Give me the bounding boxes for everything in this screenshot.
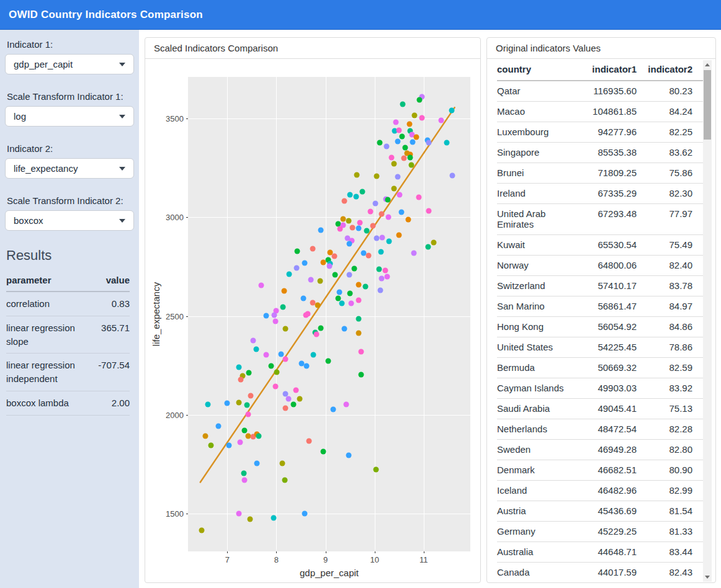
scatter-point <box>397 192 403 197</box>
scatter-point <box>297 396 303 401</box>
scatter-point <box>378 275 384 281</box>
scatter-point <box>374 467 379 473</box>
results-col-value: value <box>98 271 130 292</box>
scatter-point <box>416 194 421 200</box>
scatter-point <box>248 517 253 522</box>
scatter-point <box>401 155 407 161</box>
country-cell: Germany <box>497 522 571 542</box>
indicator2-cell: 82.25 <box>637 122 704 143</box>
scatter-point <box>413 134 419 140</box>
scatter-point <box>199 527 205 533</box>
scatter-point <box>347 290 353 296</box>
scatter-point <box>374 174 379 179</box>
scatter-point <box>444 140 450 145</box>
scrollbar-thumb[interactable] <box>704 70 711 140</box>
indicator2-cell: 83.92 <box>637 378 704 399</box>
plot-card: Scaled Indicators Comparison gdp_per_cap… <box>145 37 481 583</box>
scatter-point <box>364 228 370 233</box>
scatter-point <box>406 121 412 127</box>
scatter-point <box>251 337 256 343</box>
scatter-point <box>402 145 408 150</box>
scatter-point <box>425 244 431 249</box>
country-cell: Iceland <box>497 481 571 501</box>
scatter-point <box>286 396 292 401</box>
scatter-point <box>411 112 417 118</box>
country-cell: Switzerland <box>497 276 571 296</box>
data-table-title: Original indicators Values <box>487 38 715 59</box>
scatter-point <box>417 97 423 102</box>
scatter-point <box>282 477 287 483</box>
scatter-point <box>291 402 297 408</box>
scatter-point <box>341 216 346 221</box>
results-heading: Results <box>6 247 134 264</box>
scatter-point <box>431 239 436 245</box>
value-cell: -707.54 <box>98 354 130 391</box>
y-tick-label: 3000 <box>166 213 184 222</box>
scatter-point <box>354 172 360 177</box>
scatter-point <box>352 265 357 271</box>
scatter-point <box>236 364 242 370</box>
indicator1-cell: 94277.96 <box>571 122 637 143</box>
app-title: OWID Country Indicators Comparison <box>9 9 203 21</box>
scale2-label: Scale Transform Indicator 2: <box>7 195 134 206</box>
results-row: linear regression independent-707.54 <box>6 354 130 391</box>
indicator2-cell: 84.24 <box>637 102 704 122</box>
plot-area: gdp_per_capit life_expectancy 7891011150… <box>145 59 480 583</box>
country-cell: Netherlands <box>497 419 571 440</box>
scatter-point <box>438 117 444 123</box>
indicator1-cell: 67293.48 <box>571 204 637 235</box>
scatter-point <box>341 198 347 203</box>
scatter-point <box>358 349 364 354</box>
y-tick-label: 2000 <box>166 411 184 420</box>
scatter-point <box>378 249 383 254</box>
scatter-point <box>356 282 362 287</box>
indicator1-cell: 64800.06 <box>571 256 637 276</box>
scatter-point <box>238 376 244 382</box>
country-cell: Cayman Islands <box>497 378 571 399</box>
scatter-point <box>205 401 210 407</box>
scatter-point <box>258 282 264 288</box>
scatter-point <box>325 358 331 363</box>
indicator1-cell: 49045.41 <box>571 399 637 419</box>
scroll-down-arrow-icon[interactable] <box>703 572 712 582</box>
scatter-point <box>374 235 379 241</box>
scatter-point <box>282 288 287 293</box>
indicator1-cell: 50669.32 <box>571 358 637 378</box>
scale2-select[interactable]: boxcox <box>5 210 134 231</box>
country-cell: Qatar <box>497 81 571 102</box>
scatter-point <box>317 278 323 283</box>
indicator1-select[interactable]: gdp_per_capit <box>5 54 134 74</box>
country-cell: United States <box>497 337 571 358</box>
scale1-select[interactable]: log <box>5 106 134 127</box>
table-row: Macao104861.8584.24 <box>497 102 704 122</box>
scatter-point <box>318 227 324 233</box>
indicator1-cell: 71809.25 <box>571 163 637 184</box>
scatter-point <box>253 346 259 352</box>
table-scrollbar[interactable] <box>703 60 712 582</box>
indicator2-cell: 82.99 <box>637 481 704 501</box>
scatter-point <box>409 162 414 167</box>
scatter-point <box>310 352 316 358</box>
chevron-down-icon <box>119 167 125 171</box>
scatter-point <box>387 238 392 244</box>
indicator1-cell: 45229.25 <box>571 522 637 542</box>
indicator2-cell: 83.44 <box>637 542 704 563</box>
scatter-point <box>400 133 405 139</box>
scatter-point <box>308 277 313 282</box>
indicator2-cell: 77.29 <box>637 583 704 584</box>
scatter-point <box>254 460 259 466</box>
app-header: OWID Country Indicators Comparison <box>0 0 721 30</box>
indicator2-select[interactable]: life_expectancy <box>5 158 134 179</box>
table-row: Canada44017.5982.43 <box>497 563 704 583</box>
scatter-point <box>385 214 391 220</box>
x-tick-mark <box>375 551 375 553</box>
indicator1-label: Indicator 1: <box>7 39 134 50</box>
scatter-point <box>385 274 390 279</box>
scatter-point <box>242 427 248 433</box>
scroll-up-arrow-icon[interactable] <box>703 60 712 69</box>
scatter-point <box>274 369 280 375</box>
indicator2-cell: 84.86 <box>637 317 704 337</box>
table-row: Sweden46949.2882.80 <box>497 440 704 460</box>
scatter-point <box>359 189 365 194</box>
indicator2-cell: 77.97 <box>637 204 704 235</box>
